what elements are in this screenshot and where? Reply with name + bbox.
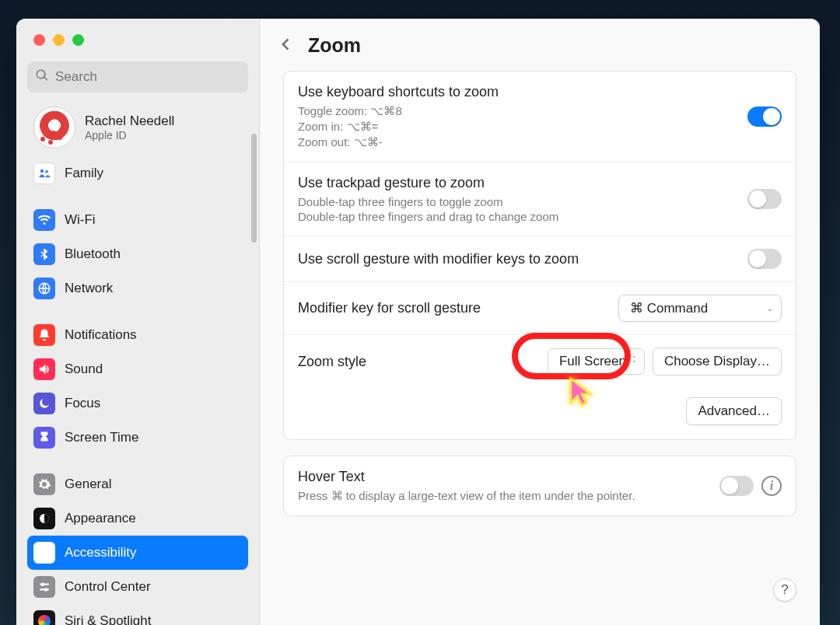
sidebar-item-label: Screen Time [65, 430, 138, 445]
sliders-icon [33, 576, 55, 598]
sidebar-scrollbar[interactable] [251, 134, 257, 243]
select-value: ⌘ Command [630, 300, 708, 316]
sidebar-item-focus[interactable]: Focus [27, 386, 248, 421]
hover-text-toggle[interactable] [719, 476, 754, 496]
sidebar-item-general[interactable]: General [27, 467, 248, 501]
sidebar-item-label: Accessibility [65, 545, 137, 560]
modifier-key-select[interactable]: ⌘ Command ⌄ [618, 295, 782, 322]
sidebar-item-network[interactable]: Network [27, 271, 248, 306]
svg-point-8 [44, 588, 48, 592]
sidebar-item-control-center[interactable]: Control Center [27, 570, 248, 604]
close-window-button[interactable] [33, 34, 45, 46]
select-value: Full Screen [559, 354, 626, 369]
row-keyboard-shortcuts: Use keyboard shortcuts to zoom Toggle zo… [284, 72, 796, 162]
sidebar-item-sound[interactable]: Sound [27, 352, 248, 386]
sidebar-item-family[interactable]: Family [27, 156, 248, 190]
gear-icon [33, 473, 55, 495]
avatar [33, 106, 75, 148]
row-sub: Press ⌘ to display a large-text view of … [298, 489, 635, 503]
bell-icon [33, 324, 55, 346]
keyboard-shortcuts-toggle[interactable] [747, 106, 782, 127]
sidebar-item-siri-spotlight[interactable]: Siri & Spotlight [27, 604, 248, 625]
moon-icon [33, 393, 55, 414]
appearance-icon [33, 508, 55, 529]
zoom-settings-card: Use keyboard shortcuts to zoom Toggle zo… [283, 71, 796, 440]
family-icon [33, 162, 55, 184]
sidebar-item-label: Family [65, 166, 103, 181]
sidebar-item-label: Appearance [65, 511, 136, 526]
hover-text-card: Hover Text Press ⌘ to display a large-te… [283, 456, 796, 516]
settings-window: Rachel Needell Apple ID Family Wi-Fi [16, 19, 820, 625]
zoom-style-select[interactable]: Full Screen ˄˅ [548, 348, 645, 375]
search-input-wrap[interactable] [27, 61, 248, 93]
sidebar-item-apple-id[interactable]: Rachel Needell Apple ID [27, 103, 248, 152]
row-label: Use trackpad gesture to zoom [298, 175, 558, 191]
sidebar-list: Rachel Needell Apple ID Family Wi-Fi [16, 103, 259, 625]
hourglass-icon [33, 427, 55, 449]
bluetooth-icon [33, 243, 55, 265]
row-sub: Zoom in: ⌥⌘= [298, 120, 499, 134]
row-modifier-key: Modifier key for scroll gesture ⌘ Comman… [284, 281, 796, 334]
row-label: Hover Text [298, 469, 635, 485]
network-icon [33, 278, 55, 299]
page-title: Zoom [308, 34, 361, 57]
row-zoom-style: Zoom style Full Screen ˄˅ Choose Display… [284, 334, 796, 388]
speaker-icon [33, 358, 55, 380]
sidebar-item-screen-time[interactable]: Screen Time [27, 421, 248, 455]
sidebar-item-label: Bluetooth [65, 246, 121, 262]
sidebar-item-label: Sound [65, 361, 103, 377]
back-button[interactable] [278, 35, 294, 57]
sidebar-item-label: Notifications [65, 327, 137, 343]
svg-point-4 [43, 547, 45, 550]
row-scroll-gesture: Use scroll gesture with modifier keys to… [284, 236, 796, 281]
row-label: Modifier key for scroll gesture [298, 300, 481, 316]
help-button[interactable]: ? [773, 578, 796, 602]
row-hover-text: Hover Text Press ⌘ to display a large-te… [284, 456, 796, 515]
row-label: Zoom style [298, 354, 366, 370]
main-pane: Zoom Use keyboard shortcuts to zoom Togg… [260, 19, 820, 625]
row-sub: Double-tap three fingers to toggle zoom [298, 195, 558, 208]
sidebar-item-label: Siri & Spotlight [65, 613, 152, 625]
row-trackpad-gesture: Use trackpad gesture to zoom Double-tap … [284, 162, 796, 236]
info-icon[interactable]: i [761, 476, 782, 496]
sidebar-item-accessibility[interactable]: Accessibility [27, 536, 248, 570]
row-sub: Toggle zoom: ⌥⌘8 [298, 104, 499, 118]
account-name: Rachel Needell [85, 113, 174, 129]
svg-point-1 [45, 170, 48, 173]
row-label: Use keyboard shortcuts to zoom [298, 84, 499, 100]
scroll-gesture-toggle[interactable] [747, 249, 782, 269]
titlebar: Zoom [260, 19, 820, 71]
sidebar: Rachel Needell Apple ID Family Wi-Fi [16, 19, 260, 625]
sidebar-item-label: Wi-Fi [65, 212, 96, 228]
window-controls [16, 19, 259, 46]
sidebar-item-label: Control Center [65, 579, 151, 595]
sidebar-item-label: Focus [65, 396, 100, 411]
sidebar-item-bluetooth[interactable]: Bluetooth [27, 237, 248, 271]
row-advanced: Advanced… [284, 388, 796, 439]
sidebar-item-notifications[interactable]: Notifications [27, 318, 248, 352]
chevron-updown-icon: ˄˅ [632, 357, 636, 366]
search-icon [35, 68, 49, 86]
row-sub: Double-tap three fingers and drag to cha… [298, 210, 558, 223]
accessibility-icon [33, 542, 55, 564]
trackpad-gesture-toggle[interactable] [747, 189, 782, 209]
advanced-button[interactable]: Advanced… [686, 397, 782, 425]
siri-icon [33, 610, 55, 625]
sidebar-item-wifi[interactable]: Wi-Fi [27, 203, 248, 237]
sidebar-item-label: General [65, 477, 111, 492]
choose-display-button[interactable]: Choose Display… [653, 347, 782, 375]
minimize-window-button[interactable] [53, 34, 65, 46]
row-label: Use scroll gesture with modifier keys to… [298, 251, 579, 267]
search-input[interactable] [55, 69, 240, 85]
svg-point-7 [41, 582, 45, 586]
chevron-down-icon: ⌄ [767, 306, 773, 311]
account-sub: Apple ID [85, 129, 174, 141]
svg-point-0 [40, 169, 44, 173]
sidebar-item-label: Network [65, 281, 113, 296]
row-sub: Zoom out: ⌥⌘- [298, 135, 499, 149]
wifi-icon [33, 209, 55, 231]
fullscreen-window-button[interactable] [72, 34, 84, 46]
sidebar-item-appearance[interactable]: Appearance [27, 501, 248, 536]
